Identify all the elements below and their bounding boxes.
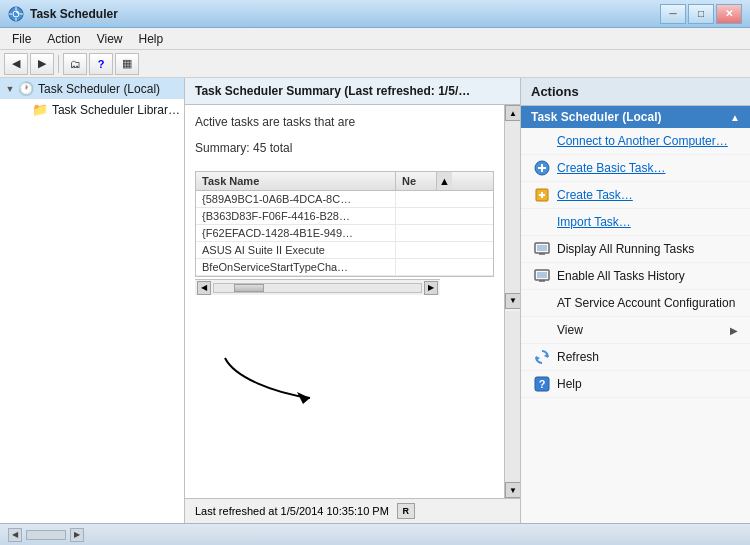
task-name-cell: {589A9BC1-0A6B-4DCA-8C… — [196, 191, 396, 207]
view-icon — [533, 321, 551, 339]
task-row[interactable]: BfeOnServiceStartTypeCha… — [196, 259, 493, 276]
action-create-task[interactable]: Create Task… — [521, 182, 750, 209]
center-panel: Task Scheduler Summary (Last refreshed: … — [185, 78, 520, 523]
action-enable-history[interactable]: Enable All Tasks History — [521, 263, 750, 290]
list-button[interactable]: ▦ — [115, 53, 139, 75]
scroll-track[interactable] — [213, 283, 422, 293]
menu-view[interactable]: View — [89, 30, 131, 48]
scroll-thumb[interactable] — [234, 284, 264, 292]
actions-header: Actions — [521, 78, 750, 106]
action-connect-label: Connect to Another Computer… — [557, 134, 738, 148]
action-view-label: View — [557, 323, 730, 337]
task-name-cell: BfeOnServiceStartTypeCha… — [196, 259, 396, 275]
clock-icon: 🕐 — [18, 81, 34, 96]
scroll-up-button[interactable]: ▲ — [505, 105, 520, 121]
folder-icon: 📁 — [32, 102, 48, 117]
scroll-right-button[interactable]: ▶ — [424, 281, 438, 295]
action-connect[interactable]: Connect to Another Computer… — [521, 128, 750, 155]
last-refreshed-text: Last refreshed at 1/5/2014 10:35:10 PM — [195, 505, 389, 517]
action-at-service-label: AT Service Account Configuration — [557, 296, 738, 310]
view-submenu-arrow: ▶ — [730, 325, 738, 336]
menu-help[interactable]: Help — [131, 30, 172, 48]
svg-text:?: ? — [539, 378, 546, 390]
action-import-label: Import Task… — [557, 215, 738, 229]
status-scroll-left[interactable]: ◀ — [8, 528, 22, 542]
tree-item-local[interactable]: ▼ 🕐 Task Scheduler (Local) — [0, 78, 184, 99]
action-help[interactable]: ? Help — [521, 371, 750, 398]
action-import[interactable]: Import Task… — [521, 209, 750, 236]
scroll-track-v2[interactable] — [505, 311, 520, 483]
back-button[interactable]: ◀ — [4, 53, 28, 75]
sort-icon[interactable]: ▲ — [436, 172, 452, 190]
import-icon — [533, 213, 551, 231]
main-container: ▼ 🕐 Task Scheduler (Local) 📁 Task Schedu… — [0, 78, 750, 523]
at-service-icon — [533, 294, 551, 312]
actions-section-collapse-icon: ▲ — [730, 112, 740, 123]
col-taskname: Task Name — [196, 172, 396, 190]
action-create-basic-label: Create Basic Task… — [557, 161, 738, 175]
center-footer: Last refreshed at 1/5/2014 10:35:10 PM R — [185, 498, 520, 523]
task-next-cell — [396, 191, 436, 207]
tree-item-library[interactable]: 📁 Task Scheduler Librar… — [0, 99, 184, 120]
action-help-label: Help — [557, 377, 738, 391]
minimize-button[interactable]: ─ — [660, 4, 686, 24]
task-table: Task Name Ne ▲ {589A9BC1-0A6B-4DCA-8C… {… — [195, 171, 494, 277]
tree-item-label: Task Scheduler (Local) — [38, 82, 160, 96]
maximize-button[interactable]: □ — [688, 4, 714, 24]
center-content: Active tasks are tasks that are Summary:… — [185, 105, 520, 498]
refresh-action-icon — [533, 348, 551, 366]
menu-action[interactable]: Action — [39, 30, 88, 48]
task-row[interactable]: ASUS AI Suite II Execute — [196, 242, 493, 259]
refresh-button[interactable]: R — [397, 503, 415, 519]
scroll-down-button[interactable]: ▼ — [505, 293, 520, 309]
forward-button[interactable]: ▶ — [30, 53, 54, 75]
vertical-scroll-area: ▲ ▼ ▼ — [504, 105, 520, 498]
status-bar: ◀ ▶ — [0, 523, 750, 545]
action-display-running[interactable]: Display All Running Tasks — [521, 236, 750, 263]
status-scroll-right[interactable]: ▶ — [70, 528, 84, 542]
expand-icon[interactable]: ▼ — [4, 83, 16, 95]
svg-rect-18 — [537, 272, 547, 278]
close-button[interactable]: ✕ — [716, 4, 742, 24]
task-row[interactable]: {589A9BC1-0A6B-4DCA-8C… — [196, 191, 493, 208]
task-next-cell — [396, 208, 436, 224]
center-scroll-content: Active tasks are tasks that are Summary:… — [185, 105, 504, 498]
arrow-annotation — [215, 348, 335, 408]
action-refresh[interactable]: Refresh — [521, 344, 750, 371]
status-scroll-thumb[interactable] — [26, 530, 66, 540]
task-next-cell — [396, 225, 436, 241]
display-running-icon — [533, 240, 551, 258]
action-refresh-label: Refresh — [557, 350, 738, 364]
expand-placeholder — [24, 104, 30, 116]
folder-button[interactable]: 🗂 — [63, 53, 87, 75]
enable-history-icon — [533, 267, 551, 285]
app-icon — [8, 6, 24, 22]
tree-item-library-label: Task Scheduler Librar… — [52, 103, 180, 117]
window-controls: ─ □ ✕ — [660, 4, 742, 24]
summary-text: Summary: 45 total — [195, 141, 494, 155]
svg-marker-7 — [297, 392, 310, 404]
action-view[interactable]: View ▶ — [521, 317, 750, 344]
scroll-track-v[interactable] — [505, 121, 520, 293]
actions-section-local[interactable]: Task Scheduler (Local) ▲ — [521, 106, 750, 128]
scroll-down-button2[interactable]: ▼ — [505, 482, 520, 498]
active-tasks-text: Active tasks are tasks that are — [195, 115, 494, 129]
help-button[interactable]: ? — [89, 53, 113, 75]
task-row[interactable]: {F62EFACD-1428-4B1E-949… — [196, 225, 493, 242]
window-title: Task Scheduler — [30, 7, 660, 21]
action-display-running-label: Display All Running Tasks — [557, 242, 738, 256]
menu-file[interactable]: File — [4, 30, 39, 48]
horizontal-scrollbar[interactable]: ◀ ▶ — [195, 279, 440, 295]
scroll-left-button[interactable]: ◀ — [197, 281, 211, 295]
create-task-icon — [533, 186, 551, 204]
action-at-service[interactable]: AT Service Account Configuration — [521, 290, 750, 317]
actions-section-label: Task Scheduler (Local) — [531, 110, 661, 124]
task-name-cell: {B363D83F-F06F-4416-B28… — [196, 208, 396, 224]
connect-icon — [533, 132, 551, 150]
toolbar: ◀ ▶ 🗂 ? ▦ — [0, 50, 750, 78]
toolbar-separator — [58, 55, 59, 73]
task-row[interactable]: {B363D83F-F06F-4416-B28… — [196, 208, 493, 225]
action-create-basic[interactable]: Create Basic Task… — [521, 155, 750, 182]
task-table-header: Task Name Ne ▲ — [196, 172, 493, 191]
status-scroll-controls: ◀ ▶ — [8, 528, 84, 542]
